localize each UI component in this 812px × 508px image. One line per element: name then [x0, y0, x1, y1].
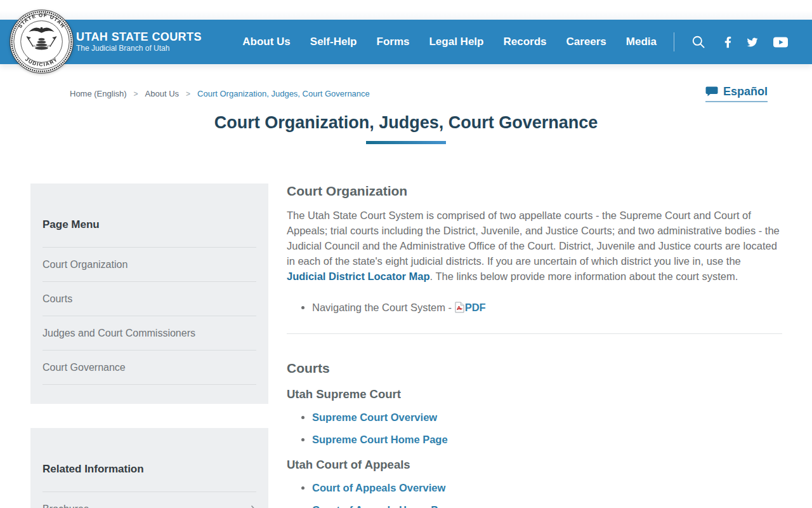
sidebar-item-judges-and-court-commissioners[interactable]: Judges and Court Commissioners	[43, 316, 256, 351]
utah-judiciary-seal-logo[interactable]: STATE OF UTAH JUDICIARY JANUARY 4, 1896	[10, 10, 74, 74]
paragraph-text: . The links below provide more informati…	[430, 271, 738, 282]
nav-forms[interactable]: Forms	[377, 36, 410, 48]
brand-subtitle: The Judicial Branch of Utah	[76, 44, 202, 53]
breadcrumb-separator: >	[186, 90, 190, 98]
pdf-file-icon	[455, 302, 464, 313]
court-organization-paragraph: The Utah State Court System is comprised…	[287, 208, 782, 284]
sidebar-item-brochures[interactable]: Brochures	[43, 492, 256, 508]
speech-bubble-icon	[705, 86, 718, 97]
navigating-court-system-pdf-link[interactable]: PDF	[465, 302, 486, 313]
twitter-icon[interactable]	[746, 37, 759, 48]
breadcrumb-separator: >	[134, 90, 138, 98]
sidebar-item-court-organization[interactable]: Court Organization	[43, 248, 256, 282]
youtube-icon[interactable]	[773, 37, 788, 48]
top-utility-strip	[0, 0, 812, 20]
supreme-court-links-list: Supreme Court Overview Supreme Court Hom…	[287, 410, 782, 446]
page-layout: Page Menu Court Organization Courts Judg…	[0, 184, 812, 508]
nav-self-help[interactable]: Self-Help	[310, 36, 357, 48]
court-organization-links-list: Navigating the Court System - PDF	[287, 300, 782, 314]
sidebar: Page Menu Court Organization Courts Judg…	[30, 184, 268, 508]
site-header: STATE OF UTAH JUDICIARY JANUARY 4, 1896 …	[0, 20, 812, 64]
sidebar-item-label: Court Governance	[43, 362, 126, 373]
chevron-right-icon	[251, 505, 256, 508]
courts-heading: Courts	[287, 361, 782, 376]
court-of-appeals-links-list: Court of Appeals Overview Court of Appea…	[287, 481, 782, 508]
list-item: Supreme Court Overview	[312, 410, 782, 424]
section-divider	[287, 333, 782, 334]
search-icon[interactable]	[691, 35, 705, 49]
court-of-appeals-home-page-link[interactable]: Court of Appeals Home Page	[312, 504, 456, 508]
brand-title: UTAH STATE COURTS	[76, 30, 202, 44]
bullet-text: Navigating the Court System -	[312, 302, 455, 313]
page-title: Court Organization, Judges, Court Govern…	[0, 113, 812, 133]
list-item: Court of Appeals Home Page	[312, 503, 782, 508]
nav-careers[interactable]: Careers	[566, 36, 606, 48]
nav-media[interactable]: Media	[626, 36, 657, 48]
title-underline-rule	[366, 141, 446, 144]
related-information-box: Related Information Brochures	[30, 428, 268, 508]
sidebar-item-courts[interactable]: Courts	[43, 282, 256, 316]
breadcrumb-home[interactable]: Home (English)	[70, 89, 127, 98]
judicial-district-locator-map-link[interactable]: Judicial District Locator Map	[287, 271, 430, 282]
paragraph-text: The Utah State Court System is comprised…	[287, 210, 780, 267]
language-toggle-label: Español	[723, 85, 768, 98]
main-navigation: About Us Self-Help Forms Legal Help Reco…	[242, 36, 657, 48]
list-item: Supreme Court Home Page	[312, 432, 782, 446]
facebook-icon[interactable]	[724, 36, 731, 48]
list-item: Court of Appeals Overview	[312, 481, 782, 495]
utah-court-of-appeals-heading: Utah Court of Appeals	[287, 458, 782, 472]
nav-about-us[interactable]: About Us	[242, 36, 291, 48]
sidebar-item-label: Courts	[43, 293, 72, 305]
breadcrumb-current-page[interactable]: Court Organization, Judges, Court Govern…	[197, 89, 370, 98]
sidebar-item-label: Brochures	[43, 504, 89, 508]
sidebar-item-label: Court Organization	[43, 259, 128, 271]
nav-legal-help[interactable]: Legal Help	[429, 36, 483, 48]
sidebar-item-court-governance[interactable]: Court Governance	[43, 351, 256, 385]
social-icons-group	[724, 36, 788, 48]
page-menu-heading: Page Menu	[43, 218, 256, 248]
court-of-appeals-overview-link[interactable]: Court of Appeals Overview	[312, 482, 445, 493]
court-organization-heading: Court Organization	[287, 184, 782, 199]
related-information-heading: Related Information	[43, 463, 256, 492]
header-divider	[674, 32, 674, 51]
language-toggle-espanol[interactable]: Español	[705, 85, 768, 102]
utah-supreme-court-heading: Utah Supreme Court	[287, 387, 782, 401]
supreme-court-home-page-link[interactable]: Supreme Court Home Page	[312, 434, 448, 445]
supreme-court-overview-link[interactable]: Supreme Court Overview	[312, 411, 437, 423]
brand-text-block[interactable]: UTAH STATE COURTS The Judicial Branch of…	[76, 30, 202, 53]
page-menu-box: Page Menu Court Organization Courts Judg…	[30, 184, 268, 404]
main-content: Court Organization The Utah State Court …	[287, 184, 782, 508]
list-item: Navigating the Court System - PDF	[312, 300, 782, 314]
nav-records[interactable]: Records	[503, 36, 546, 48]
breadcrumb-row: Home (English) > About Us > Court Organi…	[0, 64, 812, 102]
sidebar-item-label: Judges and Court Commissioners	[43, 328, 195, 339]
breadcrumb-about-us[interactable]: About Us	[145, 89, 179, 98]
